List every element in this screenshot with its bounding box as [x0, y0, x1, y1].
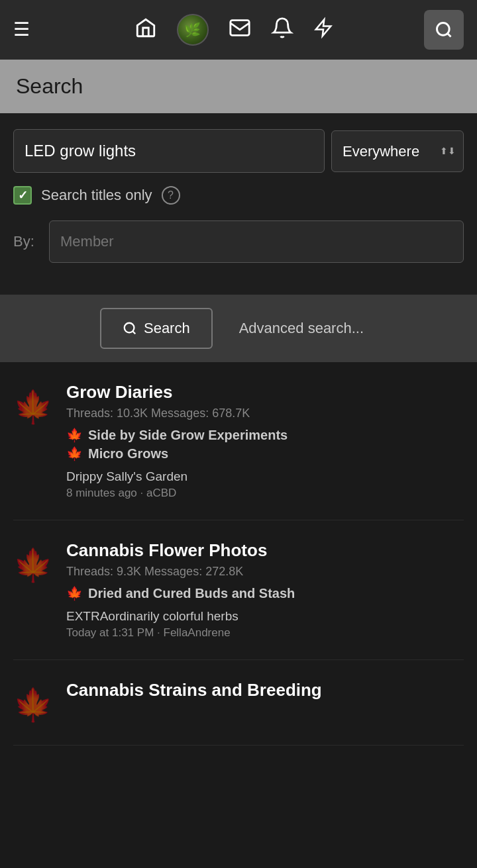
- leaf-icon: 🍁: [13, 547, 53, 584]
- hamburger-menu[interactable]: ☰: [13, 21, 30, 39]
- user-avatar[interactable]: 🌿: [177, 14, 209, 46]
- advanced-search-label: Advanced search...: [239, 320, 364, 336]
- last-post-author[interactable]: FellaAndrene: [164, 626, 231, 639]
- top-navigation: ☰ 🌿: [0, 0, 477, 60]
- forum-info: Cannabis Strains and Breeding: [66, 680, 464, 704]
- forum-info: Grow Diaries Threads: 10.3K Messages: 67…: [66, 382, 464, 500]
- forum-stats: Threads: 9.3K Messages: 272.8K: [66, 565, 464, 579]
- home-icon[interactable]: [134, 17, 157, 44]
- forum-item: 🍁 Cannabis Flower Photos Threads: 9.3K M…: [13, 520, 464, 660]
- messages-count: 678.7K: [212, 407, 250, 420]
- threads-count: 10.3K: [117, 407, 148, 420]
- last-post-meta: 8 minutes ago · aCBD: [66, 487, 464, 500]
- last-post-time: 8 minutes ago: [66, 487, 137, 499]
- messages-label: Messages:: [151, 407, 212, 420]
- search-header: Search: [0, 60, 477, 113]
- forum-title[interactable]: Cannabis Strains and Breeding: [66, 680, 464, 700]
- help-icon[interactable]: ?: [162, 186, 180, 205]
- threads-count: 9.3K: [117, 565, 141, 578]
- forum-subcat-1: 🍁 Side by Side Grow Experiments: [66, 427, 464, 443]
- search-panel: Search Everywhere This Forum This Thread…: [0, 60, 477, 362]
- subcat-title-2[interactable]: Micro Grows: [88, 446, 168, 461]
- advanced-search-button[interactable]: Advanced search...: [226, 309, 377, 348]
- forum-item: 🍁 Cannabis Strains and Breeding: [13, 660, 464, 746]
- search-scope-select[interactable]: Everywhere This Forum This Thread: [331, 130, 464, 172]
- forum-icon: 🍁: [13, 387, 53, 427]
- subcat-leaf-icon: 🍁: [66, 427, 83, 443]
- messages-label: Messages:: [144, 565, 205, 578]
- search-body: Everywhere This Forum This Thread Search…: [0, 113, 477, 295]
- titles-only-label: Search titles only: [41, 187, 152, 204]
- svg-marker-1: [315, 19, 331, 36]
- svg-line-3: [447, 33, 450, 36]
- subcat-title-1[interactable]: Side by Side Grow Experiments: [88, 428, 288, 443]
- forum-info: Cannabis Flower Photos Threads: 9.3K Mes…: [66, 540, 464, 640]
- messages-count: 272.8K: [205, 565, 243, 578]
- subcat-leaf-icon: 🍁: [66, 585, 83, 601]
- leaf-icon: 🍁: [13, 389, 53, 426]
- by-label: By:: [13, 233, 40, 250]
- forum-stats: Threads: 10.3K Messages: 678.7K: [66, 407, 464, 420]
- last-post-author[interactable]: aCBD: [146, 487, 176, 499]
- nav-icons-group: 🌿: [50, 14, 417, 46]
- svg-point-4: [125, 323, 134, 333]
- forum-icon: 🍁: [13, 546, 53, 585]
- last-post-meta: Today at 1:31 PM · FellaAndrene: [66, 626, 464, 640]
- last-post-title[interactable]: Drippy Sally's Garden: [66, 469, 464, 484]
- search-button[interactable]: Search: [100, 308, 213, 349]
- svg-line-5: [132, 331, 135, 334]
- search-button-icon: [123, 321, 137, 336]
- forum-subcat-2: 🍁 Micro Grows: [66, 446, 464, 461]
- last-post-time: Today at 1:31 PM: [66, 626, 154, 639]
- mail-icon[interactable]: [229, 17, 251, 44]
- titles-only-row: Search titles only ?: [13, 186, 464, 205]
- forum-subcat-1: 🍁 Dried and Cured Buds and Stash: [66, 585, 464, 601]
- subcat-leaf-icon-2: 🍁: [66, 446, 83, 461]
- search-input-row: Everywhere This Forum This Thread: [13, 129, 464, 173]
- svg-rect-0: [230, 20, 248, 35]
- search-nav-button[interactable]: [424, 10, 464, 50]
- last-post-title[interactable]: EXTRAordinarily colorful herbs: [66, 609, 464, 624]
- leaf-icon: 🍁: [13, 687, 53, 724]
- avatar-icon[interactable]: 🌿: [177, 14, 209, 46]
- subcat-title-1[interactable]: Dried and Cured Buds and Stash: [88, 586, 295, 601]
- forum-icon: 🍁: [13, 685, 53, 725]
- scope-select-wrapper: Everywhere This Forum This Thread: [331, 129, 464, 173]
- svg-point-2: [437, 23, 450, 36]
- bell-icon[interactable]: [271, 17, 293, 44]
- last-post-separator: ·: [157, 626, 163, 639]
- search-title: Search: [16, 74, 83, 98]
- threads-label: Threads:: [66, 407, 117, 420]
- forum-title[interactable]: Cannabis Flower Photos: [66, 540, 464, 561]
- by-member-row: By:: [13, 220, 464, 263]
- threads-label: Threads:: [66, 565, 117, 578]
- last-post-separator: ·: [140, 487, 146, 499]
- forum-item: 🍁 Grow Diaries Threads: 10.3K Messages: …: [13, 362, 464, 520]
- forum-last-post: EXTRAordinarily colorful herbs Today at …: [66, 609, 464, 640]
- forum-title[interactable]: Grow Diaries: [66, 382, 464, 403]
- search-button-label: Search: [144, 320, 190, 337]
- titles-only-checkbox[interactable]: [13, 186, 32, 205]
- search-action-row: Search Advanced search...: [0, 295, 477, 362]
- search-text-input[interactable]: [13, 129, 325, 173]
- content-area: 🍁 Grow Diaries Threads: 10.3K Messages: …: [0, 362, 477, 746]
- lightning-icon[interactable]: [313, 17, 333, 44]
- member-input[interactable]: [49, 220, 464, 263]
- forum-last-post: Drippy Sally's Garden 8 minutes ago · aC…: [66, 469, 464, 500]
